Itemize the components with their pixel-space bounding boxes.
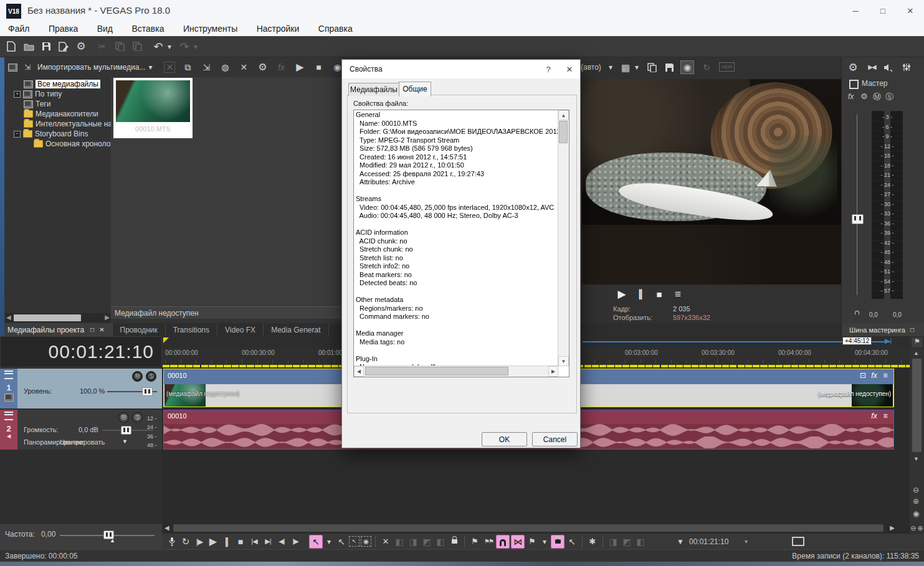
play-icon[interactable]: ▶ [207, 535, 219, 548]
menu-options[interactable]: Настройки [249, 22, 308, 35]
automation-gear-icon[interactable]: ⚙ [860, 92, 868, 101]
dialog-vscroll[interactable]: ▲ ▼ [558, 110, 569, 366]
tab-master-bus[interactable]: Шина мастеринга □ [842, 323, 924, 336]
preview-stop-icon[interactable]: ■ [653, 288, 665, 300]
lock-envelopes-icon[interactable] [551, 535, 564, 549]
hscroll-thumb[interactable] [365, 367, 508, 375]
tab-media-generators[interactable]: Media Generat [264, 323, 328, 336]
group-tool-icon[interactable]: ✱ [586, 535, 599, 548]
dialog-help-icon[interactable]: ? [538, 60, 559, 78]
tree-item-tags[interactable]: Теги [24, 99, 50, 109]
scroll-up-icon[interactable]: ▲ [558, 110, 569, 120]
preview-quality-dropdown[interactable]: (авто) [581, 63, 601, 72]
media-thumb-card[interactable]: 00010.MTS [113, 78, 193, 138]
undo-icon[interactable]: ↶ [152, 40, 164, 53]
transport-timecode[interactable]: 00:01:21:10 [689, 537, 728, 546]
trim-start-icon-disabled[interactable]: ◧ [393, 535, 406, 548]
go-to-start-icon[interactable]: |◀ [248, 535, 260, 548]
new-project-icon[interactable] [5, 40, 17, 53]
redo-icon[interactable]: ↷ [178, 40, 191, 53]
loop-playback-icon[interactable]: ↻ [179, 535, 192, 548]
menu-edit[interactable]: Правка [40, 22, 86, 35]
preview-play-icon[interactable]: ▶ [616, 288, 628, 300]
copy-icon[interactable] [113, 40, 126, 53]
video-mute-icon[interactable]: Ⓜ [132, 371, 143, 382]
previous-frame-icon[interactable]: ◀| [275, 535, 288, 548]
event-fx-icon[interactable]: fx [869, 371, 879, 380]
delete-tool-icon[interactable]: ✕ [379, 535, 392, 548]
expand-icon[interactable]: + [14, 91, 21, 98]
lock-icon[interactable] [448, 535, 460, 548]
tree-item-all-media[interactable]: Все медиафайлы [24, 79, 100, 89]
timeline-vscroll-thumb[interactable] [912, 359, 922, 452]
scroll-left-icon[interactable]: ◀ [6, 314, 11, 321]
paste-icon[interactable] [131, 40, 143, 53]
menu-insert[interactable]: Вставка [123, 22, 172, 35]
remove-media-icon[interactable]: ✕ [237, 61, 250, 73]
scroll-up-icon[interactable]: ▲ [913, 350, 919, 356]
preview-menu-icon[interactable]: ≡ [672, 288, 684, 300]
audio-track-strip[interactable]: 2 ◀ [0, 410, 17, 450]
robot-icon-disabled[interactable]: ◧ [634, 535, 647, 548]
edit-tool-dropdown-icon[interactable]: ▾ [324, 537, 334, 547]
preview-disabled-icon[interactable]: ✕ [164, 62, 175, 73]
dialog-close-icon[interactable]: ✕ [559, 60, 580, 78]
video-track-strip[interactable]: 1 [0, 369, 17, 408]
render-as-icon[interactable] [57, 40, 70, 53]
tree-item-by-type[interactable]: +По типу [14, 89, 62, 99]
tree-item-main-timeline[interactable]: Основная хронологи [34, 139, 111, 149]
tree-item-smart-bins[interactable]: Интеллектуальные нак [24, 119, 111, 129]
master-fader-track[interactable] [857, 115, 857, 295]
insert-marker-flag-icon[interactable]: ⚑ [469, 535, 481, 548]
zoom-tool-icon[interactable]: ◉ [913, 509, 919, 518]
zoom-in-vertical-icon[interactable]: ⊕ [913, 497, 919, 506]
scrub-center-icon[interactable]: ▲ [110, 537, 115, 544]
timecode-dropdown-icon[interactable]: ▾ [740, 535, 752, 548]
slip-trim-icon-disabled[interactable]: ◧ [434, 535, 447, 548]
event-menu-icon[interactable]: ≡ [880, 371, 890, 380]
event-fx-icon[interactable]: fx [869, 412, 879, 420]
event-crop-icon[interactable]: ⊡ [858, 371, 868, 380]
import-media-icon[interactable]: ⇲ [22, 62, 32, 72]
mute-circle-icon[interactable]: Ⓜ [873, 92, 881, 103]
tab-general[interactable]: Общие [399, 82, 431, 97]
menu-view[interactable]: Вид [89, 22, 121, 35]
zoom-out-icon[interactable]: ⊖ [910, 524, 916, 532]
replace-media-icon[interactable]: ⧉ [181, 61, 194, 73]
save-snapshot-icon[interactable] [663, 61, 675, 73]
phone-icon-disabled[interactable]: ◩ [621, 535, 633, 548]
media-bin-icon[interactable] [7, 62, 17, 72]
undock-icon[interactable]: □ [910, 326, 914, 333]
scroll-left-icon[interactable]: ◀ [354, 366, 364, 377]
collapse-icon[interactable]: − [14, 131, 21, 138]
insert-region-flags-icon[interactable]: ⚑⚑ [482, 535, 495, 548]
zoom-in-icon[interactable]: ⊕ [918, 524, 923, 532]
auto-ripple-icon[interactable]: ⚑ [526, 535, 538, 548]
tab-transitions[interactable]: Transitions [166, 323, 217, 336]
quality-dropdown-icon[interactable]: ▾ [606, 62, 616, 72]
redo-dropdown-icon[interactable]: ▾ [191, 42, 201, 52]
loop-start-marker[interactable] [163, 337, 169, 343]
pan-center-icon[interactable]: ▼ [122, 438, 128, 445]
speaker-icon[interactable] [882, 61, 894, 73]
vscroll-thumb[interactable] [559, 121, 568, 143]
selection-tool[interactable]: ↖ [349, 536, 360, 547]
overlays-dropdown-icon[interactable]: ▾ [632, 62, 642, 72]
tab-media-files[interactable]: Медиафайлы [348, 83, 399, 96]
media-fx-icon[interactable]: fx [275, 61, 287, 73]
menu-tools[interactable]: Инструменты [175, 22, 245, 35]
snapping-magnet-icon[interactable] [496, 535, 510, 549]
marker-tool-flag-icon[interactable]: ⚑ [911, 337, 923, 348]
menu-file[interactable]: Файл [0, 22, 37, 35]
scroll-down-icon[interactable]: ▼ [558, 356, 569, 366]
tab-project-media[interactable]: Медиафайлы проекта □ ✕ [0, 323, 113, 336]
track-menu-icon[interactable] [4, 370, 13, 379]
video-solo-icon[interactable]: Ⓢ [146, 371, 156, 382]
file-properties-textbox[interactable]: General Name: 00010.MTS Folder: G:\Мои в… [353, 110, 569, 377]
auto-crossfade-icon[interactable]: ⋈ [511, 535, 525, 549]
loop-playback-icon[interactable]: ↻ [700, 61, 713, 73]
video-level-knob[interactable] [142, 387, 153, 396]
open-project-icon[interactable] [22, 40, 35, 53]
copy-frame-icon[interactable] [645, 61, 658, 73]
video-track-header[interactable]: 1 Ⓜ Ⓢ Уровень: 100,0 % [0, 369, 162, 408]
